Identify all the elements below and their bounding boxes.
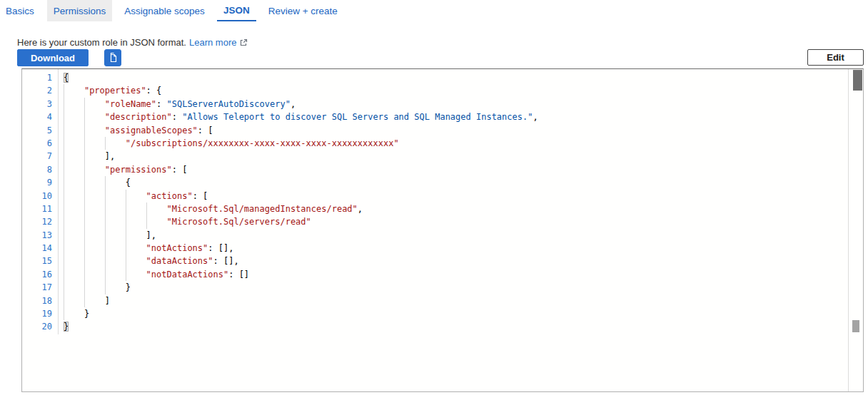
- code-line: 8 "permissions": [: [22, 163, 847, 176]
- indent-guide: [64, 202, 64, 215]
- indent-guide: [146, 215, 147, 228]
- indent-guide: [64, 98, 64, 111]
- code-line: 17 }: [22, 281, 847, 294]
- tab-basics[interactable]: Basics: [0, 0, 41, 21]
- indent-guide: [84, 98, 85, 111]
- code-text: "Microsoft.Sql/managedInstances/read",: [64, 202, 363, 215]
- line-number: 16: [22, 268, 52, 281]
- code-text: ],: [64, 150, 115, 163]
- line-number: 5: [22, 124, 52, 137]
- indent-guide: [126, 229, 126, 242]
- tab-permissions[interactable]: Permissions: [47, 0, 113, 21]
- code-text: ],: [64, 229, 156, 242]
- tab-json[interactable]: JSON: [217, 0, 256, 21]
- line-number: 14: [22, 242, 52, 255]
- tab-review-create[interactable]: Review + create: [262, 0, 344, 21]
- code-text: "permissions": [: [64, 163, 187, 176]
- code-text: ]: [64, 294, 110, 307]
- code-lines: 1{2 "properties": {3 "roleName": "SQLSer…: [22, 69, 847, 391]
- code-line: 14 "notActions": [],: [22, 242, 847, 255]
- line-number: 11: [22, 202, 52, 215]
- code-line: 6 "/subscriptions/xxxxxxxx-xxxx-xxxx-xxx…: [22, 137, 847, 150]
- line-number: 10: [22, 190, 52, 202]
- gutter-separator: [58, 69, 59, 334]
- indent-guide: [64, 163, 64, 176]
- indent-guide: [64, 268, 64, 281]
- indent-guide: [105, 202, 106, 215]
- description-text: Here is your custom role in JSON format.: [17, 37, 186, 48]
- indent-guide: [105, 268, 106, 281]
- indent-guide: [64, 215, 64, 228]
- indent-guide: [64, 190, 64, 202]
- code-text: "assignableScopes": [: [64, 124, 213, 137]
- indent-guide: [105, 255, 106, 267]
- indent-guide: [64, 124, 64, 137]
- code-line: 3 "roleName": "SQLServerAutoDiscovery",: [22, 98, 847, 111]
- line-number: 9: [22, 176, 52, 189]
- code-text: "notActions": [],: [64, 242, 233, 255]
- indent-guide: [84, 150, 85, 163]
- indent-guide: [64, 307, 64, 320]
- download-button[interactable]: Download: [17, 49, 89, 66]
- tab-assignable-scopes[interactable]: Assignable scopes: [118, 0, 211, 21]
- code-line: 11 "Microsoft.Sql/managedInstances/read"…: [22, 202, 847, 215]
- scrollbar-thumb[interactable]: [853, 70, 862, 91]
- code-text: }: [64, 307, 89, 320]
- scrollbar-rail: [848, 69, 863, 391]
- indent-guide: [105, 190, 106, 202]
- edit-button[interactable]: Edit: [807, 49, 864, 66]
- code-line: 4 "description": "Allows Teleport to dis…: [22, 111, 847, 123]
- indent-guide: [84, 190, 85, 202]
- indent-guide: [64, 137, 64, 150]
- indent-guide: [84, 163, 85, 176]
- line-number: 19: [22, 307, 52, 320]
- indent-guide: [64, 84, 64, 97]
- code-text: {: [64, 71, 69, 84]
- line-number: 20: [22, 320, 52, 333]
- json-code-editor[interactable]: 1{2 "properties": {3 "roleName": "SQLSer…: [21, 68, 864, 392]
- indent-guide: [84, 215, 85, 228]
- indent-guide: [64, 229, 64, 242]
- indent-guide: [84, 294, 85, 307]
- line-number: 6: [22, 137, 52, 150]
- indent-guide: [64, 111, 64, 123]
- indent-guide: [105, 176, 106, 189]
- indent-guide: [64, 281, 64, 294]
- external-link-icon: [240, 38, 248, 48]
- code-line: 7 ],: [22, 150, 847, 163]
- indent-guide: [64, 176, 64, 189]
- indent-guide: [84, 176, 85, 189]
- code-text: "description": "Allows Teleport to disco…: [64, 111, 538, 123]
- code-line: 20}: [22, 320, 847, 333]
- code-text: "dataActions": [],: [64, 255, 239, 267]
- learn-more-link[interactable]: Learn more: [189, 37, 236, 48]
- overview-ruler-cursor-mark: [852, 320, 859, 332]
- indent-guide: [84, 124, 85, 137]
- code-line: 10 "actions": [: [22, 190, 847, 202]
- indent-guide: [126, 202, 126, 215]
- indent-guide: [84, 281, 85, 294]
- copy-button[interactable]: [104, 49, 121, 66]
- copy-icon: [107, 52, 118, 63]
- indent-guide: [126, 268, 126, 281]
- code-line: 16 "notDataActions": []: [22, 268, 847, 281]
- indent-guide: [105, 215, 106, 228]
- description-line: Here is your custom role in JSON format.…: [17, 37, 248, 48]
- code-line: 5 "assignableScopes": [: [22, 124, 847, 137]
- code-line: 12 "Microsoft.Sql/servers/read": [22, 215, 847, 228]
- code-line: 1{: [22, 71, 847, 84]
- code-line: 13 ],: [22, 229, 847, 242]
- tab-bar: Basics Permissions Assignable scopes JSO…: [0, 0, 350, 21]
- line-number: 18: [22, 294, 52, 307]
- code-text: "actions": [: [64, 190, 208, 202]
- code-text: }: [64, 281, 131, 294]
- indent-guide: [84, 137, 85, 150]
- line-number: 15: [22, 255, 52, 267]
- indent-guide: [126, 215, 126, 228]
- indent-guide: [84, 229, 85, 242]
- indent-guide: [126, 242, 126, 255]
- code-text: "/subscriptions/xxxxxxxx-xxxx-xxxx-xxxx-…: [64, 137, 399, 150]
- line-number: 13: [22, 229, 52, 242]
- line-number: 4: [22, 111, 52, 123]
- code-line: 9 {: [22, 176, 847, 189]
